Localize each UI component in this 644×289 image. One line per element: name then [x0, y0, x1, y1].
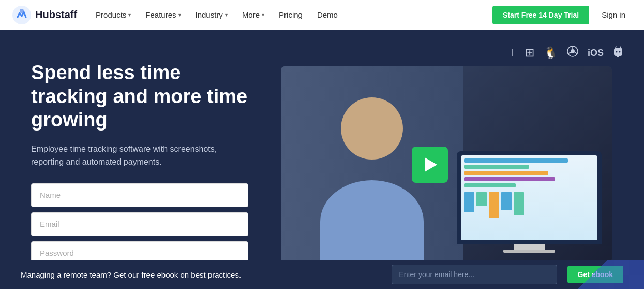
nav-products[interactable]: Products ▾ — [89, 6, 137, 23]
start-trial-button[interactable]: Start Free 14 Day Trial — [492, 6, 589, 24]
bar-chart-2 — [476, 192, 487, 206]
play-icon — [425, 157, 437, 172]
logo-link[interactable]: Hubstaff — [12, 6, 77, 24]
video-background — [281, 66, 612, 263]
monitor-stand — [514, 244, 545, 250]
nav-features[interactable]: Features ▾ — [139, 6, 187, 23]
nav-links: Products ▾ Features ▾ Industry ▾ More ▾ … — [89, 6, 492, 23]
name-input[interactable] — [31, 183, 248, 207]
banner-text: Managing a remote team? Get our free ebo… — [21, 270, 241, 279]
bar-chart-5 — [514, 192, 524, 215]
more-chevron-icon: ▾ — [262, 12, 264, 18]
bar-chart-3 — [489, 192, 499, 218]
industry-chevron-icon: ▾ — [225, 12, 228, 18]
dashboard-bars-row — [464, 192, 594, 218]
video-container[interactable] — [281, 66, 612, 263]
nav-right: Start Free 14 Day Trial Sign in — [492, 6, 632, 24]
hero-title: Spend less time tracking and more time g… — [31, 61, 248, 132]
svg-point-1 — [20, 9, 24, 13]
sign-in-link[interactable]: Sign in — [595, 6, 632, 23]
features-chevron-icon: ▾ — [178, 12, 181, 18]
nav-industry[interactable]: Industry ▾ — [189, 6, 234, 23]
dashboard-bar-1 — [464, 158, 568, 163]
monitor-base — [503, 250, 555, 253]
nav-more[interactable]: More ▾ — [236, 6, 271, 23]
person-face — [341, 97, 403, 160]
hero-left: Spend less time tracking and more time g… — [0, 30, 269, 289]
nav-pricing[interactable]: Pricing — [273, 6, 309, 23]
monitor-area — [457, 151, 602, 253]
monitor-screen — [457, 151, 602, 244]
monitor-dashboard — [461, 155, 597, 240]
hero-right — [269, 30, 644, 289]
dashboard-bar-4 — [464, 177, 555, 181]
hubstaff-logo-icon — [12, 6, 31, 24]
nav-demo[interactable]: Demo — [311, 6, 344, 23]
decorative-corner — [541, 260, 644, 289]
products-chevron-icon: ▾ — [128, 12, 131, 18]
bar-chart-4 — [501, 192, 512, 210]
dashboard-bar-5 — [464, 183, 516, 187]
navbar: Hubstaff Products ▾ Features ▾ Industry … — [0, 0, 644, 30]
logo-text: Hubstaff — [35, 9, 77, 21]
dashboard-bar-2 — [464, 165, 529, 169]
dashboard-bar-3 — [464, 171, 549, 175]
person-body — [320, 180, 424, 263]
email-input[interactable] — [31, 212, 248, 236]
play-button[interactable] — [412, 147, 448, 183]
bottom-banner: Managing a remote team? Get our free ebo… — [0, 260, 644, 289]
hero-form — [31, 183, 248, 265]
bar-chart-1 — [464, 192, 474, 212]
banner-email-input[interactable] — [392, 265, 557, 284]
hero-section:  ⊞ 🐧 iOS Spend less time tracking — [0, 30, 644, 289]
hero-subtitle: Employee time tracking software with scr… — [31, 142, 238, 169]
